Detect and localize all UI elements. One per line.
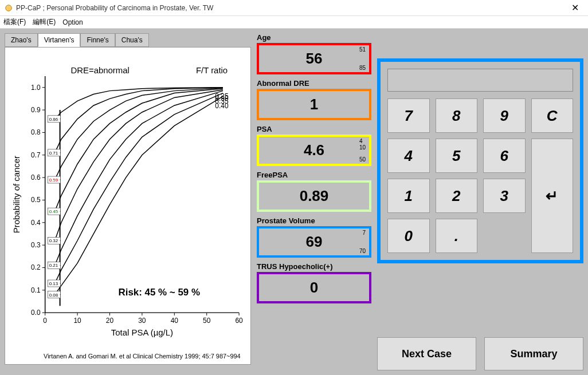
keypad-7[interactable]: 7 — [387, 98, 430, 133]
pvol-label: Prostate Volume — [257, 216, 371, 225]
svg-text:40: 40 — [171, 317, 179, 325]
svg-text:DRE=abnormal: DRE=abnormal — [70, 65, 129, 75]
svg-text:0.32: 0.32 — [49, 238, 58, 243]
menu-file[interactable]: 檔案(F) — [3, 17, 26, 27]
tab-chuas[interactable]: Chua's — [115, 33, 149, 47]
title-bar: PP-CaP ; Personal Probability of Carcino… — [0, 0, 588, 16]
chart-panel: 0.00.10.20.30.40.50.60.70.80.91.00102030… — [5, 47, 251, 365]
svg-text:0.3: 0.3 — [31, 241, 41, 249]
svg-text:0.0: 0.0 — [31, 309, 41, 317]
fpsa-field[interactable]: 0.89 — [257, 180, 371, 212]
pvol-value: 69 — [306, 233, 323, 251]
age-field[interactable]: 51 56 85 — [257, 43, 371, 74]
svg-text:20: 20 — [106, 317, 114, 325]
keypad-enter[interactable]: ↵ — [531, 139, 574, 253]
svg-text:0.21: 0.21 — [49, 263, 58, 269]
svg-text:30: 30 — [138, 317, 146, 325]
svg-text:Virtanen A. and Gomari M. et a: Virtanen A. and Gomari M. et al Clinical… — [44, 353, 241, 360]
menu-edit[interactable]: 編輯(E) — [33, 17, 56, 27]
keypad-9[interactable]: 9 — [483, 98, 526, 133]
dre-field[interactable]: 1 — [257, 89, 371, 120]
psa-label: PSA — [257, 125, 371, 133]
keypad-3[interactable]: 3 — [483, 179, 526, 213]
svg-text:0.45: 0.45 — [49, 209, 58, 214]
next-case-button[interactable]: Next Case — [377, 337, 476, 370]
svg-text:0.1: 0.1 — [31, 286, 41, 294]
svg-text:0.86: 0.86 — [49, 117, 58, 122]
keypad-2[interactable]: 2 — [436, 179, 478, 213]
app-icon — [5, 4, 13, 12]
psa-min: 4 10 — [359, 138, 366, 151]
psa-value: 4.6 — [304, 141, 324, 159]
tab-finnes[interactable]: Finne's — [80, 33, 115, 47]
svg-text:0.71: 0.71 — [49, 151, 58, 156]
svg-text:0.2: 0.2 — [31, 263, 41, 271]
pvol-max: 70 — [359, 248, 366, 254]
dre-label: Abnormal DRE — [257, 79, 371, 88]
pvol-field[interactable]: 7 69 70 — [257, 226, 371, 258]
age-value: 56 — [306, 50, 323, 68]
menu-option[interactable]: Option — [62, 18, 83, 26]
svg-text:Risk:  45 %   ~   59 %: Risk: 45 % ~ 59 % — [119, 287, 200, 298]
input-fields: Age 51 56 85 Abnormal DRE 1 PSA 4 10 4.6… — [257, 33, 371, 370]
svg-text:0.08: 0.08 — [49, 293, 58, 298]
svg-text:0.8: 0.8 — [31, 128, 41, 136]
svg-text:50: 50 — [203, 317, 211, 325]
fpsa-value: 0.89 — [300, 187, 329, 205]
keypad: 789C456↵1230. — [377, 58, 583, 263]
dre-value: 1 — [310, 96, 318, 113]
svg-text:1.0: 1.0 — [31, 84, 41, 92]
model-tabs: Zhao'sVirtanen'sFinne'sChua's — [5, 33, 251, 47]
svg-text:0: 0 — [43, 317, 47, 325]
pvol-min: 7 — [362, 230, 366, 236]
keypad-dot[interactable]: . — [436, 219, 478, 253]
svg-point-0 — [6, 5, 12, 11]
window-title: PP-CaP ; Personal Probability of Carcino… — [16, 4, 567, 12]
menu-bar: 檔案(F) 編輯(E) Option — [0, 16, 588, 29]
summary-button[interactable]: Summary — [484, 337, 583, 370]
trus-field[interactable]: 0 — [257, 272, 371, 303]
svg-text:0.9: 0.9 — [31, 106, 41, 114]
svg-text:0.40: 0.40 — [215, 102, 229, 110]
tab-zhaos[interactable]: Zhao's — [5, 33, 38, 47]
age-min: 51 — [359, 46, 366, 53]
svg-text:0.7: 0.7 — [31, 151, 41, 159]
trus-label: TRUS Hypoecholic(+) — [257, 262, 371, 271]
tab-virtanens[interactable]: Virtanen's — [38, 33, 81, 47]
age-label: Age — [257, 33, 371, 42]
keypad-clear[interactable]: C — [531, 98, 574, 133]
trus-value: 0 — [310, 279, 318, 297]
svg-text:0.4: 0.4 — [31, 219, 41, 227]
keypad-5[interactable]: 5 — [436, 139, 478, 173]
svg-text:0.59: 0.59 — [49, 177, 58, 183]
psa-field[interactable]: 4 10 4.6 50 — [257, 135, 371, 166]
svg-text:60: 60 — [235, 317, 243, 325]
keypad-0[interactable]: 0 — [387, 219, 430, 253]
psa-max: 50 — [359, 156, 366, 163]
keypad-4[interactable]: 4 — [387, 139, 430, 173]
svg-text:10: 10 — [73, 317, 81, 325]
keypad-6[interactable]: 6 — [483, 139, 526, 173]
svg-text:0.13: 0.13 — [49, 281, 58, 286]
fpsa-label: FreePSA — [257, 171, 371, 179]
svg-text:Probability of cancer: Probability of cancer — [11, 156, 21, 233]
keypad-1[interactable]: 1 — [387, 179, 430, 213]
keypad-display[interactable] — [387, 69, 573, 92]
age-max: 85 — [359, 65, 366, 71]
svg-text:F/T ratio: F/T ratio — [196, 65, 228, 75]
svg-text:0.5: 0.5 — [31, 196, 41, 204]
close-icon[interactable]: ✕ — [567, 2, 583, 13]
keypad-8[interactable]: 8 — [436, 98, 478, 133]
svg-text:Total PSA (µg/L): Total PSA (µg/L) — [111, 327, 173, 337]
svg-text:0.6: 0.6 — [31, 173, 41, 181]
